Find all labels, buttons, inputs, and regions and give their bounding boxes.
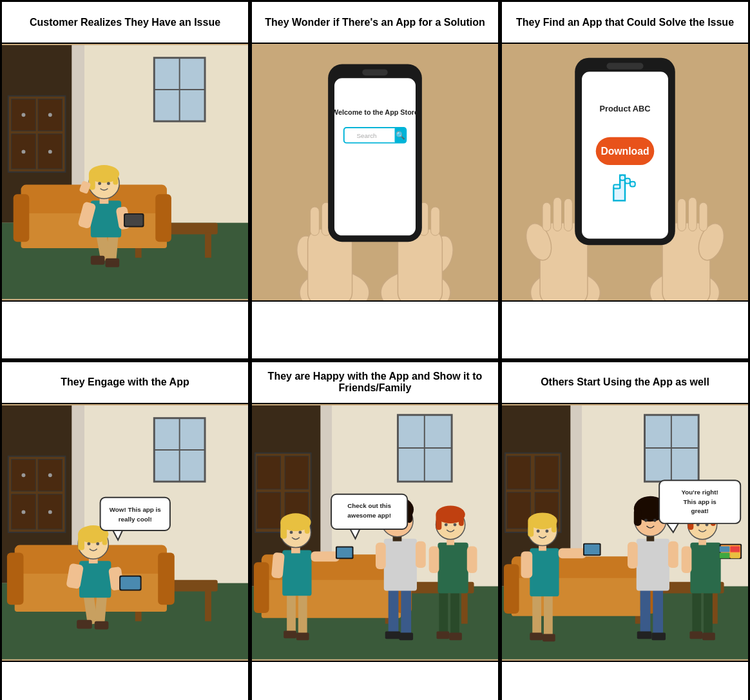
svg-point-102 [22,510,26,514]
svg-rect-157 [282,550,311,596]
cell-2: They Wonder if There's an App for a Solu… [250,0,500,360]
svg-rect-116 [95,621,109,630]
svg-rect-117 [79,561,111,598]
cell-6: Others Start Using the App as well [500,360,750,700]
svg-rect-150 [262,580,401,618]
svg-rect-166 [305,521,310,534]
cell-2-image: Welcome to the App Store Search 🔍 [252,44,498,300]
storyboard-grid: Customer Realizes They Have an Issue [0,0,750,700]
scene-6-svg: You're right! This app is great! [502,404,748,661]
svg-rect-194 [436,513,442,530]
cell-6-footer [502,661,748,700]
svg-rect-240 [637,631,652,639]
svg-rect-172 [399,632,413,640]
cell-6-header: Others Start Using the App as well [502,362,748,404]
svg-rect-27 [105,258,119,267]
svg-point-196 [445,523,448,526]
svg-rect-112 [158,552,175,605]
svg-point-12 [48,113,52,117]
svg-point-236 [537,529,540,532]
svg-rect-170 [401,586,411,634]
svg-rect-23 [155,194,171,242]
scene-5-svg: Check out this awesome app! [252,404,498,661]
svg-rect-253 [704,589,713,634]
svg-rect-220 [504,564,519,614]
svg-text:You're right!: You're right! [682,489,718,496]
svg-rect-37 [113,172,118,185]
svg-rect-256 [690,542,720,593]
svg-rect-71 [543,202,551,231]
scene-4-svg: Wow! This app is really cool! [2,404,248,661]
svg-rect-239 [653,586,663,634]
svg-rect-226 [530,548,559,596]
svg-point-237 [545,529,548,532]
cell-5: They are Happy with the App and Show it … [250,360,500,700]
svg-rect-58 [334,78,416,235]
svg-rect-161 [337,547,352,558]
svg-rect-244 [668,541,678,568]
svg-rect-129 [101,498,170,530]
cell-2-header: They Wonder if There's an App for a Solu… [252,2,498,44]
svg-rect-241 [651,632,666,640]
cell-1-header: Customer Realizes They Have an Issue [2,2,248,44]
svg-rect-243 [628,541,638,568]
svg-rect-260 [720,546,730,552]
svg-rect-242 [637,539,669,591]
svg-rect-190 [467,546,477,572]
cell-6-image: You're right! This app is great! [502,404,748,661]
svg-text:Product ABC: Product ABC [599,104,650,113]
cell-3-header: They Find an App that Could Solve the Is… [502,2,748,44]
svg-point-167 [290,530,293,534]
svg-rect-77 [678,199,686,231]
svg-text:Search: Search [356,132,376,139]
svg-rect-142 [257,492,280,529]
cell-1-footer [2,300,248,358]
svg-rect-155 [284,630,296,638]
svg-rect-57 [362,69,387,75]
svg-rect-195 [459,513,464,526]
svg-rect-22 [14,194,30,242]
svg-rect-72 [553,197,562,231]
svg-rect-75 [699,202,707,231]
svg-rect-228 [559,548,586,558]
svg-rect-159 [311,551,340,561]
svg-rect-263 [730,552,740,558]
svg-rect-115 [77,620,92,629]
svg-rect-48 [311,207,320,235]
svg-rect-262 [720,552,730,558]
svg-point-127 [87,542,90,545]
svg-rect-188 [438,542,468,593]
svg-rect-185 [450,589,459,634]
svg-point-101 [48,473,52,477]
cell-4-header: They Engage with the App [2,362,248,404]
cell-5-image: Check out this awesome app! [252,404,498,661]
cell-5-footer [252,661,498,700]
svg-text:really cool!: really cool! [119,516,152,523]
svg-point-100 [22,473,26,477]
svg-point-13 [22,150,26,153]
svg-rect-76 [688,197,697,231]
svg-rect-153 [287,592,296,634]
cell-5-header: They are Happy with the App and Show it … [252,362,498,404]
svg-text:Wow! This app is: Wow! This app is [110,506,162,513]
svg-rect-238 [640,586,651,634]
svg-rect-32 [125,215,143,226]
svg-rect-211 [507,492,530,529]
cell-4: They Engage with the App [0,360,250,700]
scene-1-svg [2,44,248,300]
svg-rect-80 [606,63,643,70]
cell-1-image [2,44,248,300]
svg-point-168 [298,530,302,534]
svg-rect-26 [91,256,105,265]
svg-text:Check out this: Check out this [347,502,391,509]
svg-rect-209 [507,456,530,489]
svg-point-250 [644,519,648,522]
scene-3-svg: Product ABC Download [502,44,748,300]
svg-point-103 [48,510,52,514]
svg-rect-223 [544,592,553,636]
svg-rect-174 [376,542,386,569]
svg-text:🔍: 🔍 [396,131,405,140]
svg-rect-111 [7,552,24,605]
svg-rect-169 [389,586,399,634]
svg-rect-234 [528,520,534,537]
